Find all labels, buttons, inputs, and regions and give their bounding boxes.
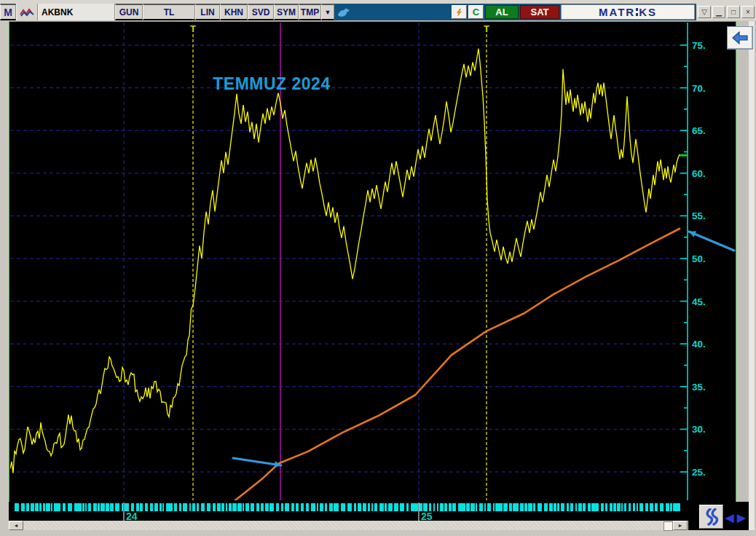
toolbar-button-lin[interactable]: LIN xyxy=(195,4,220,20)
window-controls: ▽▁□× xyxy=(696,4,756,20)
minimize-button[interactable]: ▁ xyxy=(712,6,725,18)
brand-dotted-i xyxy=(636,8,638,16)
toolbar-right-group: C AL SAT MATRKS xyxy=(452,4,696,20)
maximize-button[interactable]: □ xyxy=(727,6,740,18)
lightning-button[interactable] xyxy=(452,5,467,19)
scroll-right-button[interactable]: ► xyxy=(673,521,688,530)
right-panel-strip xyxy=(736,21,756,530)
toolbar-left-group: M AKBNK GUNTLLINKHNSVDSYMTMP ▼ xyxy=(0,4,352,20)
close-button[interactable]: × xyxy=(741,6,755,18)
toolbar-button-svd[interactable]: SVD xyxy=(248,4,274,20)
toolbar-spacer xyxy=(352,4,452,20)
matriks-chart-icon[interactable] xyxy=(16,4,38,20)
sell-button[interactable]: SAT xyxy=(520,5,559,19)
brand-text-left: MATR xyxy=(599,6,635,18)
next-chart-button[interactable]: ▶ xyxy=(737,511,746,524)
twitter-icon[interactable] xyxy=(334,4,352,20)
matriks-logo: MATRKS xyxy=(561,4,695,20)
buy-button[interactable]: AL xyxy=(485,5,519,19)
chevron-down-icon[interactable]: ▼ xyxy=(321,4,334,20)
prev-chart-button[interactable]: ◀ xyxy=(725,511,734,524)
matriks-speed-button[interactable] xyxy=(699,505,723,529)
matriks-chart-window: M AKBNK GUNTLLINKHNSVDSYMTMP ▼ xyxy=(0,0,756,536)
brand-text-right: KS xyxy=(639,6,657,18)
toolbar-button-khn[interactable]: KHN xyxy=(220,4,248,20)
toolbar-button-gun[interactable]: GUN xyxy=(115,4,143,20)
app-menu-button[interactable]: M xyxy=(0,4,16,20)
toolbar-button-tl[interactable]: TL xyxy=(143,4,195,20)
back-arrow-button[interactable] xyxy=(727,26,753,50)
horizontal-scrollbar[interactable]: ◄ ► xyxy=(9,521,688,530)
toolbar-button-sym[interactable]: SYM xyxy=(274,4,299,20)
symbol-field[interactable]: AKBNK xyxy=(38,4,115,20)
toolbar-buttons: GUNTLLINKHNSVDSYMTMP xyxy=(115,4,321,20)
scrollbar-thumb[interactable] xyxy=(664,521,673,531)
refresh-button[interactable]: C xyxy=(468,5,484,19)
chart-canvas[interactable] xyxy=(9,21,736,502)
chart-toolbar: M AKBNK GUNTLLINKHNSVDSYMTMP ▼ xyxy=(0,4,756,20)
toolbar-button-tmp[interactable]: TMP xyxy=(299,4,321,20)
rollup-button[interactable]: ▽ xyxy=(698,6,711,18)
scroll-left-button[interactable]: ◄ xyxy=(9,521,23,530)
chart-annotation-text: TEMMUZ 2024 xyxy=(188,74,355,94)
